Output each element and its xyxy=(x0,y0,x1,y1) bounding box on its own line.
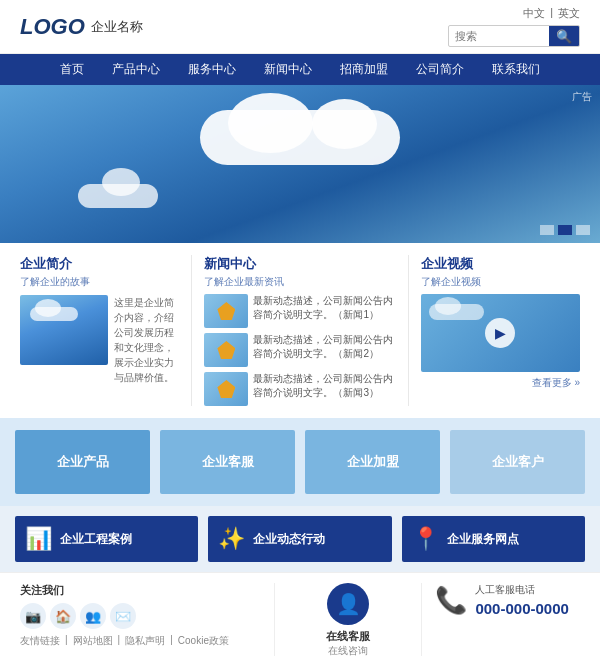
online-title: 在线客服 xyxy=(326,629,370,644)
banner-dynamic[interactable]: ✨ 企业动态行动 xyxy=(208,516,391,562)
lang-sep: | xyxy=(550,6,553,21)
banner-background xyxy=(0,85,600,243)
case-label: 企业工程案例 xyxy=(60,531,132,548)
news-text-1: 最新动态描述，公司新闻公告内容简介说明文字。（新闻1） xyxy=(253,294,395,322)
company-intro-body: 这里是企业简介内容，介绍公司发展历程和文化理念，展示企业实力与品牌价值。 xyxy=(20,295,179,385)
footer-phone-col: 📞 人工客服电话 000-000-0000 xyxy=(435,583,580,617)
social-icon-4[interactable]: ✉️ xyxy=(110,603,136,629)
nav-item-news[interactable]: 新闻中心 xyxy=(250,54,326,85)
news-item-1[interactable]: 最新动态描述，公司新闻公告内容简介说明文字。（新闻1） xyxy=(204,294,395,328)
company-name: 企业名称 xyxy=(91,18,143,36)
phone-icon: 📞 xyxy=(435,585,467,616)
banner-ad-label: 广告 xyxy=(572,90,592,104)
search-input[interactable] xyxy=(449,28,549,44)
play-button[interactable]: ▶ xyxy=(485,318,515,348)
header: LOGO 企业名称 中文 | 英文 🔍 xyxy=(0,0,600,54)
banner-network[interactable]: 📍 企业服务网点 xyxy=(402,516,585,562)
company-intro-subtitle: 了解企业的故事 xyxy=(20,275,179,289)
cloud-small-bump xyxy=(102,168,140,196)
dynamic-label: 企业动态行动 xyxy=(253,531,325,548)
phone-number: 000-000-0000 xyxy=(475,600,568,617)
nav-item-contact[interactable]: 联系我们 xyxy=(478,54,554,85)
news-thumb-1 xyxy=(204,294,248,328)
lang-cn[interactable]: 中文 xyxy=(523,6,545,21)
video-thumbnail[interactable]: ▶ xyxy=(421,294,580,372)
social-icon-1[interactable]: 📷 xyxy=(20,603,46,629)
footer-follow-col: 关注我们 📷 🏠 👥 ✉️ 友情链接 | 网站地图 | 隐私声明 | Cooki… xyxy=(20,583,261,648)
footer-links: 友情链接 | 网站地图 | 隐私声明 | Cookie政策 xyxy=(20,634,261,648)
banner-case[interactable]: 📊 企业工程案例 xyxy=(15,516,198,562)
dot-3[interactable] xyxy=(576,225,590,235)
company-intro-title: 企业简介 xyxy=(20,255,179,273)
network-label: 企业服务网点 xyxy=(447,531,519,548)
tile-service[interactable]: 企业客服 xyxy=(160,430,295,494)
tile-customers[interactable]: 企业客户 xyxy=(450,430,585,494)
blue-tiles-section: 企业产品 企业客服 企业加盟 企业客户 xyxy=(0,418,600,506)
news-list: 最新动态描述，公司新闻公告内容简介说明文字。（新闻1） 最新动态描述，公司新闻公… xyxy=(204,294,395,406)
banner-dots xyxy=(540,225,590,235)
footer-link-4[interactable]: Cookie政策 xyxy=(178,634,229,648)
nav-item-home[interactable]: 首页 xyxy=(46,54,98,85)
news-text-3: 最新动态描述，公司新闻公告内容简介说明文字。（新闻3） xyxy=(253,372,395,400)
case-icon: 📊 xyxy=(25,526,52,552)
network-icon: 📍 xyxy=(412,526,439,552)
nav-item-service[interactable]: 服务中心 xyxy=(174,54,250,85)
social-icon-3[interactable]: 👥 xyxy=(80,603,106,629)
footer-follow-title: 关注我们 xyxy=(20,583,261,598)
tile-join[interactable]: 企业加盟 xyxy=(305,430,440,494)
divider-1 xyxy=(191,255,192,406)
dot-2[interactable] xyxy=(558,225,572,235)
divider-2 xyxy=(408,255,409,406)
search-box: 🔍 xyxy=(448,25,580,47)
bottom-banners-section: 📊 企业工程案例 ✨ 企业动态行动 📍 企业服务网点 xyxy=(0,506,600,572)
footer-divider-1 xyxy=(274,583,275,656)
video-subtitle: 了解企业视频 xyxy=(421,275,580,289)
video-title: 企业视频 xyxy=(421,255,580,273)
online-icon: 👤 xyxy=(327,583,369,625)
news-title: 新闻中心 xyxy=(204,255,395,273)
search-button[interactable]: 🔍 xyxy=(549,26,579,46)
social-icon-2[interactable]: 🏠 xyxy=(50,603,76,629)
footer-online-col: 👤 在线客服 在线咨询 xyxy=(288,583,408,656)
nav-item-join[interactable]: 招商加盟 xyxy=(326,54,402,85)
online-subtitle: 在线咨询 xyxy=(328,644,368,656)
news-thumb-3 xyxy=(204,372,248,406)
footer-link-2[interactable]: 网站地图 xyxy=(73,634,113,648)
header-right: 中文 | 英文 🔍 xyxy=(448,6,580,47)
news-subtitle: 了解企业最新资讯 xyxy=(204,275,395,289)
footer-link-1[interactable]: 友情链接 xyxy=(20,634,60,648)
banner: 广告 xyxy=(0,85,600,243)
dot-1[interactable] xyxy=(540,225,554,235)
news-col: 新闻中心 了解企业最新资讯 最新动态描述，公司新闻公告内容简介说明文字。（新闻1… xyxy=(204,255,395,406)
logo-area: LOGO 企业名称 xyxy=(20,14,143,40)
footer-link-3[interactable]: 隐私声明 xyxy=(125,634,165,648)
nav-bar: 首页 产品中心 服务中心 新闻中心 招商加盟 公司简介 联系我们 xyxy=(0,54,600,85)
dynamic-icon: ✨ xyxy=(218,526,245,552)
news-item-2[interactable]: 最新动态描述，公司新闻公告内容简介说明文字。（新闻2） xyxy=(204,333,395,367)
company-intro-col: 企业简介 了解企业的故事 这里是企业简介内容，介绍公司发展历程和文化理念，展示企… xyxy=(20,255,179,406)
logo-text: LOGO xyxy=(20,14,85,40)
nav-item-products[interactable]: 产品中心 xyxy=(98,54,174,85)
lang-switcher: 中文 | 英文 xyxy=(523,6,580,21)
news-item-3[interactable]: 最新动态描述，公司新闻公告内容简介说明文字。（新闻3） xyxy=(204,372,395,406)
news-thumb-2 xyxy=(204,333,248,367)
footer-social-icons: 📷 🏠 👥 ✉️ xyxy=(20,603,261,629)
footer-divider-2 xyxy=(421,583,422,656)
video-more-link[interactable]: 查看更多 » xyxy=(421,376,580,390)
video-col: 企业视频 了解企业视频 ▶ 查看更多 » xyxy=(421,255,580,406)
lang-en[interactable]: 英文 xyxy=(558,6,580,21)
cloud-large-bump2 xyxy=(312,99,377,149)
nav-item-about[interactable]: 公司简介 xyxy=(402,54,478,85)
footer-info: 关注我们 📷 🏠 👥 ✉️ 友情链接 | 网站地图 | 隐私声明 | Cooki… xyxy=(0,572,600,656)
news-text-2: 最新动态描述，公司新闻公告内容简介说明文字。（新闻2） xyxy=(253,333,395,361)
content-section: 企业简介 了解企业的故事 这里是企业简介内容，介绍公司发展历程和文化理念，展示企… xyxy=(0,243,600,418)
tile-products[interactable]: 企业产品 xyxy=(15,430,150,494)
company-intro-image xyxy=(20,295,108,365)
phone-title: 人工客服电话 xyxy=(475,583,568,597)
company-intro-text: 这里是企业简介内容，介绍公司发展历程和文化理念，展示企业实力与品牌价值。 xyxy=(114,295,179,385)
cloud-large-bump1 xyxy=(228,93,313,153)
